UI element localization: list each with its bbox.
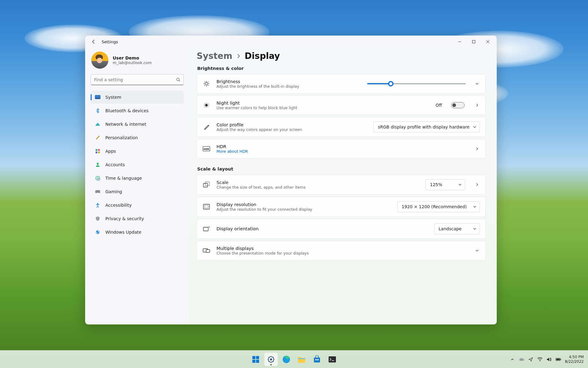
- nav-system[interactable]: System: [91, 91, 184, 104]
- person-icon: [95, 162, 100, 167]
- svg-rect-3: [95, 98, 100, 99]
- battery-icon[interactable]: [556, 357, 561, 362]
- taskbar-center: [249, 353, 339, 366]
- scale-dropdown[interactable]: 125%: [425, 179, 465, 190]
- night-light-toggle[interactable]: [451, 102, 465, 108]
- search-input[interactable]: [94, 77, 176, 82]
- multiple-displays-card[interactable]: Multiple displays Choose the presentatio…: [197, 241, 486, 260]
- brightness-slider[interactable]: [367, 83, 466, 84]
- brightness-card[interactable]: Brightness Adjust the brightness of the …: [197, 74, 486, 94]
- tray-clock[interactable]: 4:50 PM 8/22/2022: [565, 355, 584, 364]
- svg-point-29: [270, 358, 272, 360]
- svg-point-8: [97, 163, 99, 165]
- location-icon[interactable]: [528, 357, 533, 362]
- night-light-card[interactable]: Night light Use warmer colors to help bl…: [197, 95, 486, 115]
- nav-label: Accessibility: [105, 203, 132, 208]
- wifi-icon: [95, 121, 100, 127]
- svg-rect-21: [203, 227, 208, 231]
- expand-button[interactable]: [474, 249, 480, 252]
- breadcrumb: System Display: [197, 51, 486, 61]
- onedrive-icon[interactable]: [519, 357, 524, 362]
- window-controls: [453, 37, 495, 47]
- nav-label: Apps: [105, 149, 116, 154]
- nav-label: Accounts: [105, 162, 125, 167]
- resolution-card[interactable]: Display resolution Adjust the resolution…: [197, 197, 486, 217]
- night-light-label: Night light: [217, 101, 297, 105]
- nav-apps[interactable]: Apps: [91, 145, 184, 158]
- color-profile-dropdown[interactable]: sRGB display profile with display hardwa…: [373, 121, 480, 132]
- taskbar-explorer[interactable]: [295, 353, 308, 366]
- accessibility-icon: [95, 202, 100, 208]
- gamepad-icon: [95, 189, 100, 194]
- svg-rect-31: [298, 358, 305, 359]
- nav-gaming[interactable]: Gaming: [91, 185, 184, 198]
- dropdown-value: sRGB display profile with display hardwa…: [378, 125, 470, 129]
- apps-icon: [95, 148, 100, 154]
- taskbar-settings[interactable]: [264, 353, 278, 366]
- color-profile-card[interactable]: Color profile Adjust the way colors appe…: [197, 117, 486, 137]
- chevron-right-icon[interactable]: [474, 147, 480, 151]
- profile-email: m_lab@outlook.com: [113, 60, 152, 65]
- nav-update[interactable]: Windows Update: [91, 226, 184, 239]
- volume-icon[interactable]: [546, 357, 552, 362]
- nav-label: System: [105, 95, 121, 100]
- display-icon: [95, 94, 100, 100]
- chevron-right-icon[interactable]: [474, 183, 480, 186]
- chevron-right-icon: [237, 54, 240, 58]
- scale-label: Scale: [217, 180, 306, 185]
- breadcrumb-parent[interactable]: System: [197, 51, 232, 61]
- taskbar-edge[interactable]: [280, 353, 293, 366]
- tray-overflow-icon[interactable]: [510, 357, 515, 362]
- back-button[interactable]: [88, 36, 99, 47]
- hdr-link[interactable]: More about HDR: [217, 149, 248, 154]
- profile[interactable]: User Demo m_lab@outlook.com: [91, 50, 184, 74]
- svg-rect-35: [329, 356, 336, 362]
- nav-network[interactable]: Network & internet: [91, 118, 184, 131]
- expand-button[interactable]: [474, 82, 480, 86]
- maximize-button[interactable]: [467, 37, 481, 47]
- dropdown-value: 125%: [430, 182, 442, 187]
- search-box[interactable]: [91, 74, 184, 85]
- sun-icon: [202, 80, 210, 87]
- svg-rect-5: [98, 149, 100, 151]
- nav-label: Windows Update: [105, 230, 141, 235]
- orientation-icon: [202, 226, 210, 232]
- taskbar-store[interactable]: [310, 353, 324, 366]
- svg-point-13: [205, 82, 208, 85]
- scale-card[interactable]: Scale Change the size of text, apps, and…: [197, 174, 486, 195]
- svg-rect-0: [473, 40, 475, 43]
- close-button[interactable]: [481, 37, 495, 47]
- bluetooth-icon: [95, 108, 100, 113]
- nav-label: Gaming: [105, 189, 122, 194]
- resolution-dropdown[interactable]: 588 × 368 (Recommended): [397, 201, 480, 212]
- chevron-right-icon[interactable]: [474, 103, 480, 107]
- nav-time-language[interactable]: Time & language: [91, 172, 184, 185]
- start-button[interactable]: [249, 353, 262, 366]
- search-icon: [176, 78, 180, 82]
- scale-sub: Change the size of text, apps, and other…: [217, 185, 306, 190]
- wifi-tray-icon[interactable]: [537, 357, 543, 362]
- minimize-button[interactable]: [453, 37, 467, 47]
- nav-bluetooth[interactable]: Bluetooth & devices: [91, 104, 184, 117]
- svg-rect-23: [206, 250, 210, 252]
- avatar: [91, 52, 108, 69]
- multiple-displays-icon: [202, 248, 210, 253]
- color-profile-sub: Adjust the way colors appear on your scr…: [217, 127, 302, 132]
- nav-label: Bluetooth & devices: [105, 108, 149, 113]
- nav-accessibility[interactable]: Accessibility: [91, 199, 184, 212]
- hdr-icon: HDR: [202, 146, 210, 151]
- orientation-dropdown[interactable]: Landscape: [434, 223, 480, 234]
- nav-accounts[interactable]: Accounts: [91, 158, 184, 171]
- color-profile-label: Color profile: [217, 122, 302, 127]
- night-light-sub: Use warmer colors to help block blue lig…: [217, 105, 297, 110]
- hdr-card[interactable]: HDR HDR More about HDR: [197, 139, 486, 159]
- svg-text:HDR: HDR: [204, 148, 209, 151]
- update-icon: [95, 229, 100, 235]
- taskbar-terminal[interactable]: [326, 353, 339, 366]
- svg-point-14: [205, 104, 208, 106]
- orientation-card[interactable]: Display orientation Landscape: [197, 219, 486, 239]
- multiple-displays-label: Multiple displays: [217, 246, 309, 251]
- nav-privacy[interactable]: Privacy & security: [91, 212, 184, 225]
- nav-personalization[interactable]: Personalization: [91, 131, 184, 144]
- profile-name: User Demo: [113, 56, 152, 60]
